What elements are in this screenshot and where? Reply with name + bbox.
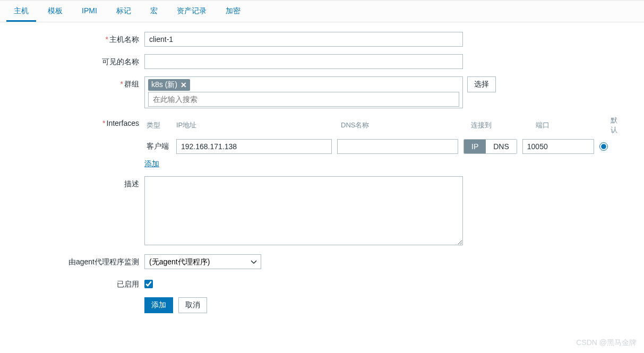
label-enabled: 已启用	[6, 277, 144, 289]
tabs-bar: 主机 模板 IPMI 标记 宏 资产记录 加密	[0, 0, 644, 22]
group-tag: k8s (新) ✕	[148, 79, 190, 91]
label-description: 描述	[6, 176, 144, 189]
header-port: 端口	[536, 120, 607, 130]
label-visible-name: 可见的名称	[6, 54, 144, 67]
header-dns: DNS名称	[341, 120, 466, 130]
label-hostname: *主机名称	[6, 32, 144, 45]
header-ip: IP地址	[176, 120, 336, 130]
enabled-checkbox[interactable]	[144, 280, 153, 288]
hostname-input[interactable]	[144, 32, 463, 47]
interface-ip-input[interactable]	[176, 139, 332, 154]
tab-encryption[interactable]: 加密	[218, 1, 248, 22]
interface-default-radio[interactable]	[599, 142, 608, 151]
agent-proxy-select[interactable]: (无agent代理程序)	[144, 254, 261, 269]
groups-search-input[interactable]	[148, 92, 459, 107]
label-groups: *群组	[6, 76, 144, 89]
host-form: *主机名称 可见的名称 *群组 k8s (新) ✕ 选择 *Interfaces…	[0, 22, 644, 330]
cancel-button[interactable]: 取消	[178, 297, 207, 313]
label-agent-proxy: 由agent代理程序监测	[6, 254, 144, 267]
interface-row: 客户端 IP DNS	[144, 139, 623, 154]
tab-tag[interactable]: 标记	[109, 1, 139, 22]
add-button[interactable]: 添加	[144, 297, 173, 313]
tab-inventory[interactable]: 资产记录	[169, 1, 214, 22]
group-tag-label: k8s (新)	[151, 80, 177, 90]
connect-ip-button[interactable]: IP	[464, 140, 486, 153]
groups-tagbox[interactable]: k8s (新) ✕	[144, 76, 463, 108]
add-interface-link[interactable]: 添加	[144, 159, 159, 168]
description-textarea[interactable]	[144, 176, 463, 245]
interface-port-input[interactable]	[522, 139, 594, 154]
interface-headers: 类型 IP地址 DNS名称 连接到 端口 默认	[144, 116, 623, 135]
header-type: 类型	[144, 120, 176, 130]
label-interfaces: *Interfaces	[6, 116, 144, 127]
connect-to-toggle: IP DNS	[463, 139, 517, 154]
remove-group-icon[interactable]: ✕	[181, 81, 187, 89]
interface-dns-input[interactable]	[337, 139, 458, 154]
tab-template[interactable]: 模板	[40, 1, 70, 22]
visible-name-input[interactable]	[144, 54, 463, 69]
tab-host[interactable]: 主机	[6, 1, 36, 22]
tab-macro[interactable]: 宏	[143, 1, 165, 22]
tab-ipmi[interactable]: IPMI	[74, 1, 105, 22]
connect-dns-button[interactable]: DNS	[486, 140, 517, 153]
interface-type-label: 客户端	[144, 142, 176, 151]
header-connect: 连接到	[471, 120, 530, 130]
select-groups-button[interactable]: 选择	[467, 76, 496, 92]
header-default: 默认	[611, 116, 623, 135]
